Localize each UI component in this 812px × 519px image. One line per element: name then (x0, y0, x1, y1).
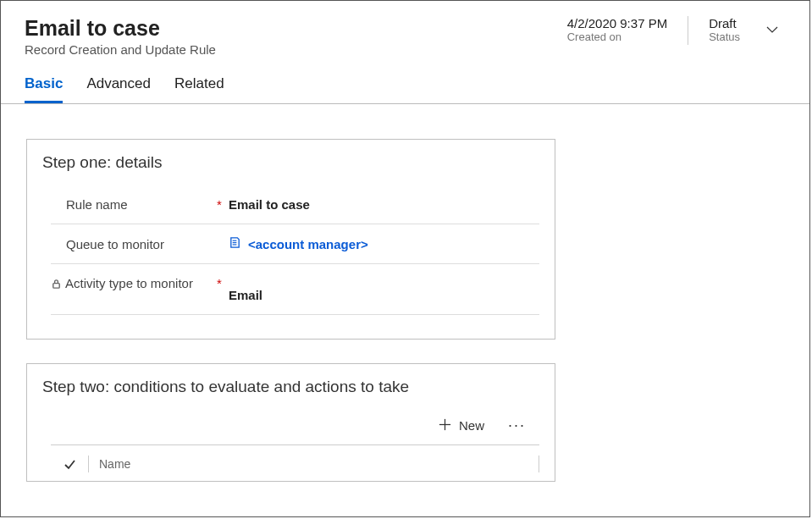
step-one-title: Step one: details (42, 153, 539, 172)
header-meta: 4/2/2020 9:37 PM Created on Draft Status (567, 16, 786, 45)
form-body-scroll[interactable]: Step one: details Rule name * Email to c… (1, 130, 809, 516)
rule-name-row[interactable]: Rule name * Email to case (51, 185, 539, 224)
queue-label: Queue to monitor (66, 237, 164, 251)
new-button[interactable]: New (438, 417, 484, 434)
activity-row: Activity type to monitor * Email (51, 264, 539, 315)
activity-value: Email (229, 276, 262, 302)
queue-icon (229, 236, 241, 251)
status-label: Status (709, 30, 740, 43)
queue-row[interactable]: Queue to monitor <account manager> (51, 224, 539, 264)
created-on-value: 4/2/2020 9:37 PM (567, 16, 667, 30)
plus-icon (438, 417, 452, 434)
grid-command-bar: New ··· (42, 410, 539, 444)
form-window: Email to case Record Creation and Update… (0, 0, 810, 517)
queue-value[interactable]: <account manager> (229, 236, 368, 251)
select-all-column[interactable] (51, 457, 88, 471)
required-mark-2: * (217, 276, 229, 290)
entity-name: Record Creation and Update Rule (25, 42, 567, 57)
form-header: Email to case Record Creation and Update… (1, 1, 809, 104)
activity-label: Activity type to monitor (65, 276, 193, 290)
status-value: Draft (709, 16, 740, 30)
created-on-label: Created on (567, 30, 667, 43)
tab-basic[interactable]: Basic (25, 75, 63, 103)
svg-rect-2 (233, 244, 237, 245)
tab-related[interactable]: Related (174, 75, 224, 103)
tab-strip: Basic Advanced Related (25, 75, 786, 103)
rule-name-label: Rule name (66, 197, 128, 212)
svg-rect-1 (233, 242, 237, 243)
step-two-title: Step two: conditions to evaluate and act… (42, 378, 539, 396)
lock-icon (51, 276, 62, 293)
grid-header: Name (51, 444, 539, 472)
step-one-panel: Step one: details Rule name * Email to c… (26, 139, 555, 340)
expand-header-button[interactable] (764, 21, 781, 41)
scroll-filler (26, 505, 809, 516)
rule-name-value[interactable]: Email to case (229, 197, 310, 212)
column-name[interactable]: Name (88, 456, 539, 472)
more-commands-button[interactable]: ··· (508, 417, 526, 434)
meta-divider (688, 16, 688, 45)
queue-value-text: <account manager> (248, 237, 368, 251)
tab-advanced[interactable]: Advanced (86, 75, 151, 103)
new-button-label: New (459, 418, 484, 433)
step-two-panel: Step two: conditions to evaluate and act… (26, 363, 555, 482)
page-title: Email to case (25, 16, 567, 41)
required-mark: * (217, 197, 229, 212)
svg-rect-3 (53, 284, 59, 289)
svg-rect-0 (233, 240, 237, 241)
